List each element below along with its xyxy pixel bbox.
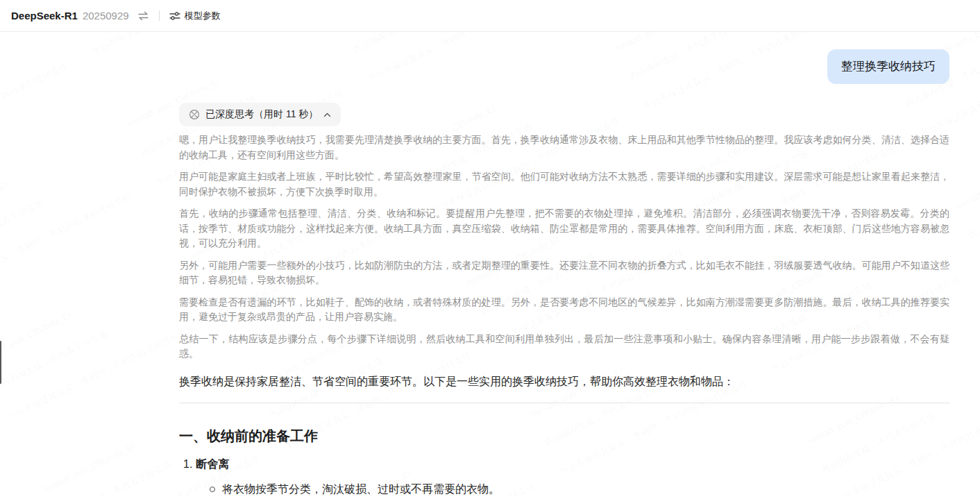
thinking-paragraph: 另外，可能用户需要一些额外的小技巧，比如防潮防虫的方法，或者定期整理的重要性。还… (179, 258, 949, 288)
thinking-paragraph: 首先，收纳的步骤通常包括整理、清洁、分类、收纳和标记。要提醒用户先整理，把不需要… (179, 206, 949, 251)
model-params-label: 模型参数 (185, 10, 221, 22)
bullet-list: 将衣物按季节分类，淘汰破损、过时或不再需要的衣物。 遵循“一年未穿即舍弃”原则，… (179, 481, 949, 497)
watermark-tile: hwstaff_pub_CBUInfo_EI内容由AI生成，不代表平台立场平台不… (954, 99, 980, 334)
answer-divider (179, 403, 949, 403)
left-edge-fragment (0, 341, 1, 384)
chat-area: hwstaff_pub_CBUInfo_EI内容由AI生成，不代表平台立场平台不… (0, 32, 980, 497)
thinking-paragraph: 嗯，用户让我整理换季收纳技巧，我需要先理清楚换季收纳的主要方面。首先，换季收纳通… (179, 133, 949, 162)
sliders-icon (169, 11, 180, 21)
section-heading: 一、收纳前的准备工作 (179, 426, 949, 446)
watermark-tile: hwstaff_pub_CBUInfo_EI内容由AI生成，不代表平台立场平台不… (0, 32, 126, 224)
list-item-title: 断舍离 (196, 458, 229, 470)
swap-arrows-icon (137, 11, 149, 21)
deep-think-toggle[interactable]: 已深度思考（用时 11 秒） (179, 103, 341, 126)
model-name: DeepSeek-R1 (11, 10, 78, 22)
bullet-item: 将衣物按季节分类，淘汰破损、过时或不再需要的衣物。 (179, 481, 949, 497)
topbar-divider (159, 10, 160, 21)
topbar: DeepSeek-R1 20250929 模型参数 (0, 0, 980, 32)
thinking-content: 嗯，用户让我整理换季收纳技巧，我需要先理清楚换季收纳的主要方面。首先，换季收纳通… (179, 133, 949, 362)
watermark-tile: hwstaff_pub_CBUInfo_EI内容由AI生成，不代表平台立场平台不… (0, 120, 189, 355)
user-message-row: 整理换季收纳技巧 (179, 49, 949, 84)
thinking-paragraph: 需要检查是否有遗漏的环节，比如鞋子、配饰的收纳，或者特殊材质的处理。另外，是否要… (179, 295, 949, 325)
assistant-answer: 换季收纳是保持家居整洁、节省空间的重要环节。以下是一些实用的换季收纳技巧，帮助你… (179, 373, 949, 497)
user-message-bubble[interactable]: 整理换季收纳技巧 (827, 49, 949, 84)
thinking-paragraph: 用户可能是家庭主妇或者上班族，平时比较忙，希望高效整理家里，节省空间。他们可能对… (179, 169, 949, 199)
numbered-list-item: 1.断舍离 (179, 456, 949, 473)
watermark-tile: hwstaff_pub_CBUInfo_EI内容由AI生成，不代表平台立场平台不… (0, 485, 105, 497)
switch-model-button[interactable] (137, 11, 149, 21)
deep-think-label: 已深度思考（用时 11 秒） (205, 108, 318, 121)
deep-think-icon (189, 109, 200, 120)
list-item-number: 1. (183, 458, 192, 470)
chevron-up-icon (323, 112, 331, 117)
model-params-button[interactable]: 模型参数 (169, 10, 221, 22)
answer-intro: 换季收纳是保持家居整洁、节省空间的重要环节。以下是一些实用的换季收纳技巧，帮助你… (179, 373, 949, 391)
watermark-tile: hwstaff_pub_CBUInfo_EI内容由AI生成，不代表平台立场平台不… (0, 355, 41, 497)
thinking-paragraph: 总结一下，结构应该是步骤分点，每个步骤下详细说明，然后收纳工具和空间利用单独列出… (179, 332, 949, 362)
chat-column: 整理换季收纳技巧 已深度思考（用时 11 秒） 嗯，用户让我整理换季收纳技巧，我… (179, 32, 949, 497)
model-version: 20250929 (83, 10, 129, 22)
